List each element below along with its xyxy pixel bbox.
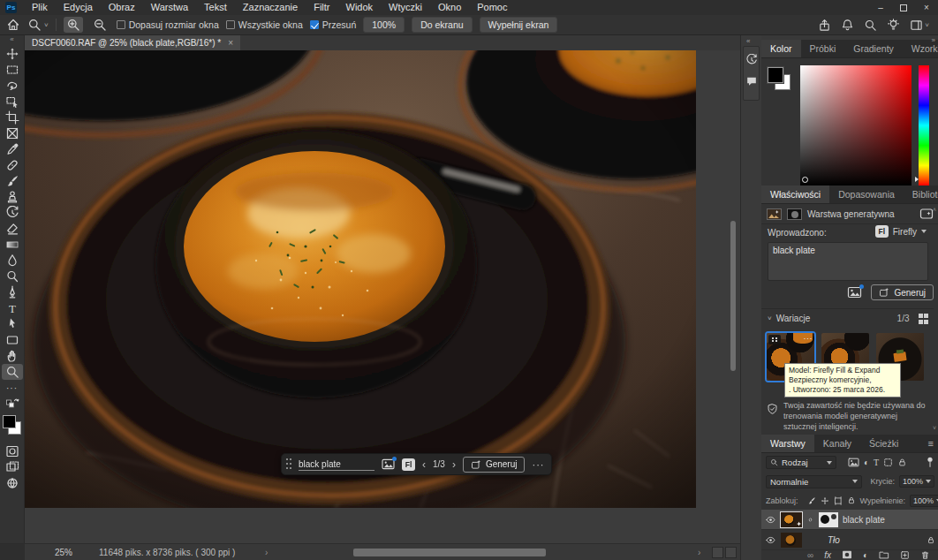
brush-tool[interactable] [2, 173, 23, 189]
add-mask-icon[interactable] [842, 550, 852, 559]
menu-edycja[interactable]: Edycja [56, 0, 101, 15]
comments-panel-icon[interactable] [745, 75, 758, 87]
lock-artboard-icon[interactable] [834, 496, 843, 505]
layer-row-black-plate[interactable]: black plate [761, 510, 938, 530]
zoom-tool[interactable] [2, 364, 23, 380]
tab-dopasowania[interactable]: Dopasowania [829, 185, 904, 203]
prompt-textarea[interactable]: black plate [768, 242, 928, 281]
more-tools-button[interactable]: ··· [2, 380, 23, 396]
vertical-scrollbar[interactable] [730, 221, 736, 371]
delete-layer-icon[interactable] [920, 550, 930, 560]
tab-kanaly[interactable]: Kanały [814, 435, 860, 452]
filter-smartobject-icon[interactable] [897, 458, 907, 467]
lock-paint-icon[interactable] [807, 496, 816, 505]
collapse-strip-icon[interactable]: « [746, 37, 750, 45]
clone-stamp-tool[interactable] [2, 189, 23, 205]
layer-thumbnail[interactable] [781, 512, 802, 527]
collapse-dock-icon[interactable]: » [932, 36, 935, 44]
hand-tool[interactable] [2, 348, 23, 364]
close-button[interactable]: × [915, 0, 938, 15]
status-popup-icon[interactable]: › [265, 548, 268, 557]
minimize-button[interactable]: – [869, 0, 892, 15]
canvas-area[interactable]: Fl ‹ 1/3 › Generuj ··· [25, 50, 740, 543]
lock-all-icon[interactable] [847, 496, 856, 505]
move-tool[interactable] [2, 46, 23, 62]
swap-colors-icon[interactable] [2, 396, 23, 412]
zoom-level-field[interactable]: 25% [55, 548, 72, 557]
previous-variation-icon[interactable]: ‹ [422, 458, 426, 471]
zoom-out-button[interactable] [90, 17, 110, 33]
menu-warstwa[interactable]: Warstwa [143, 0, 196, 15]
scroll-up-icon[interactable]: ˄ [933, 207, 936, 213]
home-icon[interactable] [6, 18, 20, 32]
visibility-eye-icon[interactable] [765, 515, 776, 525]
tab-warstwy[interactable]: Warstwy [761, 435, 814, 452]
extras-icon[interactable] [2, 475, 23, 491]
variation-menu-icon[interactable]: ··· [804, 334, 813, 343]
zoom-100-button[interactable]: 100% [363, 17, 405, 33]
layer-row-tlo[interactable]: Tło [761, 530, 938, 550]
opacity-field[interactable]: 100% [899, 475, 934, 488]
reference-image-icon[interactable] [382, 458, 395, 470]
menu-tekst[interactable]: Tekst [196, 0, 235, 15]
panel-scrollbar[interactable]: ˄ ˅ [931, 207, 938, 431]
tab-biblioteki[interactable]: Biblioteki [904, 185, 938, 203]
eraser-tool[interactable] [2, 221, 23, 237]
layer-thumbnail[interactable] [781, 533, 802, 548]
marquee-tool[interactable] [2, 62, 23, 78]
frame-tool[interactable] [2, 125, 23, 141]
restore-button[interactable] [892, 0, 915, 15]
scroll-right-icon[interactable]: › [698, 548, 700, 557]
prompt-input[interactable] [299, 458, 374, 471]
filter-shape-icon[interactable] [883, 458, 893, 467]
tab-sciezki[interactable]: Ścieżki [860, 435, 907, 452]
lasso-tool[interactable] [2, 78, 23, 94]
hue-slider[interactable] [919, 65, 929, 185]
menu-filtr[interactable]: Filtr [306, 0, 337, 15]
notifications-bell-icon[interactable] [841, 19, 854, 32]
layer-mask-thumbnail[interactable] [819, 512, 838, 527]
visibility-eye-icon[interactable] [765, 535, 776, 545]
menu-wtyczki[interactable]: Wtyczki [381, 0, 430, 15]
blend-mode-dropdown[interactable]: Normalnie [766, 475, 862, 488]
foreground-color-swatch[interactable] [768, 67, 783, 83]
path-selection-tool[interactable] [2, 316, 23, 332]
zoom-in-button[interactable] [64, 17, 83, 33]
pan-checkbox[interactable]: Przesuń [310, 19, 357, 30]
menu-obraz[interactable]: Obraz [101, 0, 143, 15]
scroll-down-icon[interactable]: ˅ [933, 425, 936, 431]
color-swatch-pair[interactable] [768, 67, 792, 92]
next-variation-icon[interactable]: › [452, 458, 456, 471]
filter-type-icon[interactable]: T [874, 458, 879, 467]
search-icon[interactable] [864, 19, 877, 32]
object-selection-tool[interactable] [2, 94, 23, 110]
new-group-icon[interactable] [879, 550, 889, 559]
more-options-icon[interactable]: ··· [532, 459, 544, 470]
history-brush-tool[interactable] [2, 205, 23, 221]
menu-pomoc[interactable]: Pomoc [469, 0, 515, 15]
zoom-tool-options-icon[interactable]: ˅ [27, 18, 49, 32]
new-layer-icon[interactable] [900, 550, 910, 560]
layer-mask-link-icon[interactable] [806, 516, 814, 524]
toolbar-collapse-icon[interactable]: « [0, 35, 24, 46]
spot-healing-tool[interactable] [2, 157, 23, 173]
fit-window-checkbox[interactable]: Dopasuj rozmiar okna [117, 19, 219, 30]
gradient-tool[interactable] [2, 237, 23, 253]
filter-toggle-icon[interactable] [926, 457, 934, 468]
saturation-brightness-field[interactable] [800, 65, 912, 185]
reference-image-icon[interactable] [847, 286, 862, 299]
filter-image-icon[interactable] [848, 458, 859, 467]
pen-tool[interactable] [2, 284, 23, 300]
fill-field[interactable]: 100% [910, 495, 938, 507]
menu-widok[interactable]: Widok [338, 0, 382, 15]
foreground-color-swatch[interactable] [3, 415, 16, 428]
menu-okno[interactable]: Okno [430, 0, 469, 15]
link-layers-icon[interactable]: ∞ [807, 550, 813, 560]
layer-effects-icon[interactable]: fx [824, 550, 831, 560]
model-selector[interactable]: Fl Firefly [875, 225, 927, 238]
filter-type-dropdown[interactable]: Rodzaj [766, 456, 836, 469]
workspace-switcher-icon[interactable]: ˅ [910, 19, 929, 32]
type-tool[interactable]: T [2, 300, 23, 316]
adjustment-layer-icon[interactable]: ◐ [863, 550, 868, 560]
tab-kolor[interactable]: Kolor [761, 40, 801, 57]
